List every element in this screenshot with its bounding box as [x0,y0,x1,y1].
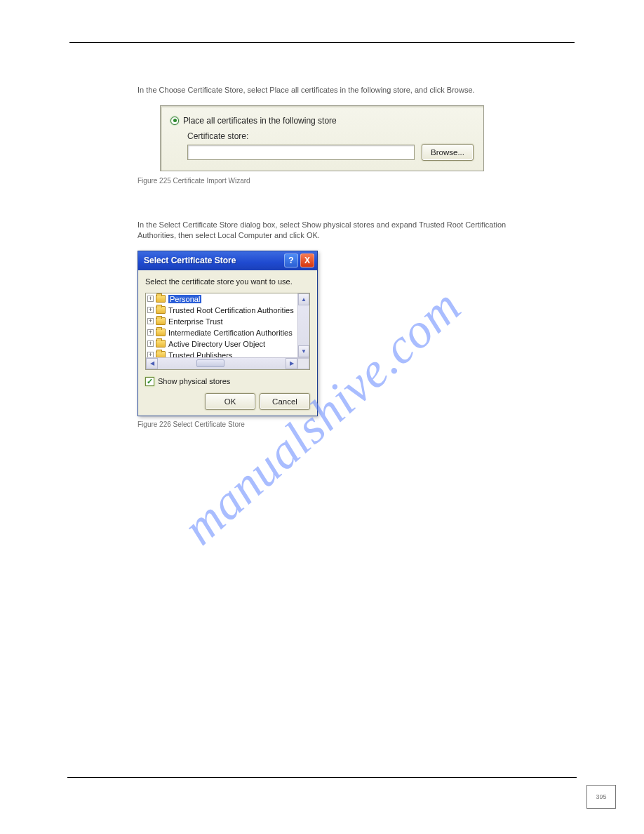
tree-item-label: Active Directory User Object [168,340,265,348]
help-icon[interactable]: ? [284,253,298,267]
folder-icon [156,295,166,303]
scroll-left-icon[interactable]: ◀ [146,358,158,369]
select-cert-store-dialog: Select Certificate Store ? X Select the … [137,251,318,416]
expand-icon[interactable]: + [147,340,154,347]
cert-store-tree[interactable]: +Personal+Trusted Root Certification Aut… [145,293,310,370]
radio-label: Place all certificates in the following … [183,116,337,126]
expand-icon[interactable]: + [147,296,154,302]
close-icon[interactable]: X [300,253,314,267]
tree-item-label: Trusted Root Certification Authorities [168,306,294,315]
scroll-up-icon[interactable]: ▲ [298,293,309,305]
folder-icon [156,317,166,325]
browse-button[interactable]: Browse... [422,144,474,161]
scroll-htrack[interactable] [158,358,286,369]
tree-item[interactable]: +Active Directory User Object [146,338,297,350]
scroll-right-icon[interactable]: ▶ [286,358,297,369]
tree-item-label: Enterprise Trust [168,317,223,326]
dialog-title-text: Select Certificate Store [144,256,282,265]
expand-icon[interactable]: + [147,329,154,336]
instruction-step-2: In the Select Certificate Store dialog b… [137,220,542,241]
tree-item[interactable]: +Trusted Root Certification Authorities [146,305,297,316]
ok-button[interactable]: OK [205,393,255,410]
folder-icon [156,329,166,336]
instruction-step-1: In the Choose Certificate Store, select … [137,85,542,95]
figure-caption-2: Figure 226 Select Certificate Store [67,421,577,428]
folder-icon [156,340,166,348]
show-physical-checkbox[interactable]: ✓ [145,377,154,386]
page-number: 395 [586,785,616,809]
scroll-thumb[interactable] [196,359,224,367]
figure-caption-1: Figure 225 Certificate Import Wizard [67,177,577,185]
scroll-corner [297,358,309,369]
folder-icon [156,306,166,314]
tree-item[interactable]: +Intermediate Certification Authorities [146,327,297,338]
expand-icon[interactable]: + [147,307,154,313]
cert-store-input[interactable] [187,145,415,160]
scroll-track[interactable] [298,305,309,345]
tree-item[interactable]: +Personal [146,293,297,305]
horizontal-rule-bottom [67,777,577,778]
scroll-down-icon[interactable]: ▼ [298,345,309,357]
radio-selected-dot [173,119,177,122]
vertical-scrollbar[interactable]: ▲ ▼ [297,293,309,357]
horizontal-rule-top [69,42,575,43]
cert-store-label: Certificate store: [187,131,474,141]
cert-store-panel: Place all certificates in the following … [160,105,484,171]
tree-item-label: Personal [168,295,201,303]
show-physical-label: Show physical stores [158,377,230,385]
tree-item-label: Intermediate Certification Authorities [168,329,293,337]
dialog-titlebar[interactable]: Select Certificate Store ? X [138,251,317,270]
horizontal-scrollbar[interactable]: ◀ ▶ [146,357,309,369]
cancel-button[interactable]: Cancel [260,393,310,410]
dialog-message: Select the certificate store you want to… [145,277,310,286]
tree-item[interactable]: +Enterprise Trust [146,316,297,327]
radio-place-all[interactable] [170,117,179,125]
expand-icon[interactable]: + [147,318,154,324]
